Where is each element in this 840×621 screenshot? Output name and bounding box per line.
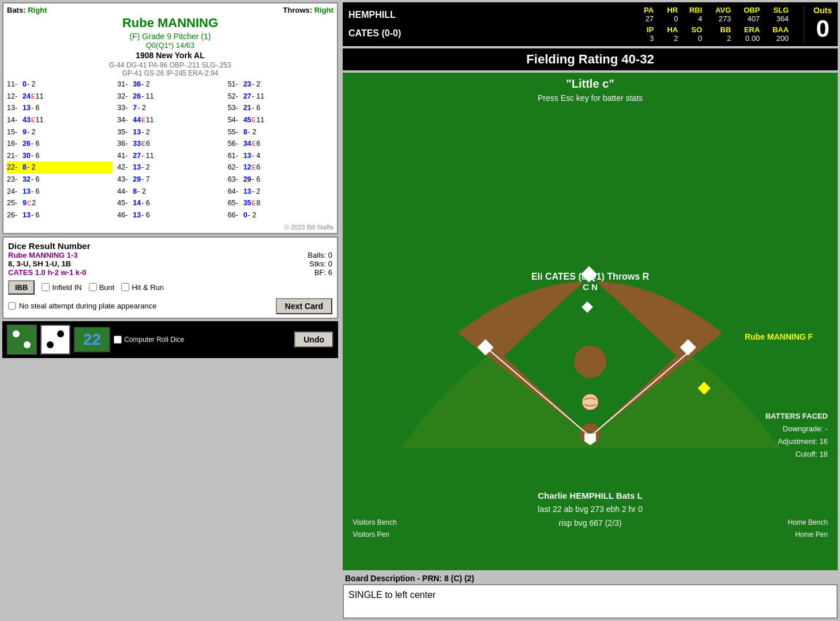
roll-65: 65-35E 8	[228, 197, 333, 209]
bunt-input[interactable]	[89, 283, 97, 291]
die-2	[40, 325, 70, 355]
player-team: 1908 New York AL	[7, 51, 333, 60]
dice-number-box: 22	[74, 327, 110, 352]
roll-25: 25-9C 2	[7, 197, 112, 209]
bats-value: Right	[28, 6, 47, 14]
pv-so: 0	[686, 34, 702, 43]
undo-button[interactable]: Undo	[294, 332, 333, 348]
roll-54: 54-45E 11	[228, 114, 333, 126]
batter-values: 27 0 4 273 407 364	[441, 14, 798, 23]
roll-33: 33-7 - 2	[117, 102, 223, 114]
roll-12: 12-24E 11	[7, 91, 112, 103]
bh-obp: OBP	[739, 6, 760, 14]
player-stats2: GP-41 GS-26 IP-245 ERA-2.94	[7, 69, 333, 77]
stks-row: Stks: 0	[308, 259, 332, 268]
roll-66: 66-0 - 2	[228, 209, 333, 221]
die1-dot-br	[24, 341, 31, 348]
roll-44: 44-8 - 2	[117, 186, 223, 198]
bv-slg: 364	[768, 14, 789, 23]
ibb-button[interactable]: IBB	[8, 280, 35, 295]
computer-roll-checkbox[interactable]: Computer Roll Dice	[114, 336, 184, 344]
roll-46: 46-13 - 6	[117, 209, 223, 221]
hit-run-input[interactable]	[121, 283, 129, 291]
ph-bb: BB	[710, 25, 731, 34]
bf-value: 6	[328, 268, 332, 277]
stks-label: Stks:	[309, 259, 326, 268]
die2-dot-tr	[57, 330, 64, 337]
bats-text: Bats:	[7, 6, 26, 14]
roll-42: 42-13 - 2	[117, 161, 223, 174]
pitcher-headers: IP HA SO BB ERA BAA	[441, 25, 798, 34]
bf-row: BF: 6	[308, 268, 332, 277]
player-name: Rube MANNING	[7, 16, 333, 31]
roll-64: 64-13 - 2	[228, 186, 333, 198]
roll-53: 53-21 - 6	[228, 102, 333, 114]
dice-result-player: Rube MANNING 1-3	[8, 251, 308, 259]
dice-result-pitcher: CATES 1.0 h-2 w-1 k-0	[8, 268, 308, 277]
dice-number: 22	[83, 330, 101, 349]
roll-52: 52-27 - 11	[228, 91, 333, 103]
roll-15: 15-9 - 2	[7, 126, 112, 138]
hit-run-checkbox[interactable]: Hit & Run	[121, 283, 164, 292]
roll-51: 51-23 - 2	[228, 78, 333, 91]
roll-21: 21-30 - 6	[7, 150, 112, 162]
dice-balls-right: Balls: 0 Stks: 0 BF: 6	[308, 251, 332, 277]
ph-ip: IP	[638, 25, 654, 34]
roll-16: 16-26 - 6	[7, 138, 112, 150]
roll-26: 26-13 - 6	[7, 209, 112, 221]
batter-name: HEMPHILL	[348, 10, 441, 20]
bv-pa: 27	[638, 14, 654, 23]
no-steal-input[interactable]	[8, 302, 16, 310]
bh-rbi: RBI	[686, 6, 702, 14]
die-1	[7, 325, 37, 355]
bv-obp: 407	[739, 14, 760, 23]
outs-value: 0	[816, 15, 829, 43]
ph-era: ERA	[739, 25, 760, 34]
board-desc-text: SINGLE to left center	[343, 584, 838, 619]
bh-slg: SLG	[768, 6, 789, 14]
bv-rbi: 4	[686, 14, 702, 23]
pv-ha: 2	[662, 34, 678, 43]
throws-value: Right	[314, 6, 333, 14]
ph-ha: HA	[662, 25, 678, 34]
infield-in-input[interactable]	[42, 283, 50, 291]
hit-run-label: Hit & Run	[132, 283, 164, 292]
rolls-col-3: 51-23 - 2 52-27 - 11 53-21 - 6 54-45E 11…	[228, 78, 333, 221]
dice-result-title: Dice Result Number	[8, 241, 332, 251]
bunt-checkbox[interactable]: Bunt	[89, 283, 115, 292]
stats-names: HEMPHILL CATES (0-0)	[348, 6, 441, 43]
balls-row: Balls: 0	[308, 251, 332, 259]
roll-43: 43-29 - 7	[117, 174, 223, 186]
pv-baa: 200	[768, 34, 789, 43]
board-desc-title: Board Description - PRN: 8 (C) (2)	[343, 573, 838, 584]
player-stats1: G-44 DG-41 PA-96 OBP-.211 SLG-.253	[7, 61, 333, 69]
roll-61: 61-13 - 4	[228, 150, 333, 162]
roll-32: 32-26 - 11	[117, 91, 223, 103]
svg-point-9	[582, 394, 598, 410]
bh-pa: PA	[638, 6, 654, 14]
next-card-button[interactable]: Next Card	[276, 298, 332, 314]
stats-grid: PA HR RBI AVG OBP SLG 27 0 4 273 407 364…	[441, 6, 798, 43]
no-steal-checkbox[interactable]: No steal attempt during plate appearance	[8, 302, 157, 310]
player-grade: (F) Grade 9 Pitcher (1)	[7, 32, 333, 41]
dice-balls-left: Rube MANNING 1-3 8, 3-U, SH 1-U, 1B CATE…	[8, 251, 308, 277]
player-card: Bats: Right Throws: Right Rube MANNING (…	[2, 2, 338, 234]
right-panel: HEMPHILL CATES (0-0) PA HR RBI AVG OBP S…	[340, 0, 840, 621]
svg-point-1	[574, 345, 606, 378]
roll-41: 41-27 - 11	[117, 150, 223, 162]
roll-45: 45-14 - 6	[117, 197, 223, 209]
left-panel: Bats: Right Throws: Right Rube MANNING (…	[0, 0, 340, 621]
pv-era: 0.00	[739, 34, 760, 43]
dice-roller: 22 Computer Roll Dice Undo	[2, 321, 338, 358]
die1-dot-bl-empty	[13, 341, 20, 348]
roll-55: 55-8 - 2	[228, 126, 333, 138]
player-q: Q0(Q1*) 14/63	[7, 41, 333, 50]
throws-label: Throws: Right	[283, 6, 333, 14]
roll-13: 13-13 - 6	[7, 102, 112, 114]
computer-roll-input[interactable]	[114, 336, 122, 344]
options-row: IBB Infield IN Bunt Hit & Run	[8, 280, 332, 295]
stks-value: 0	[328, 259, 332, 268]
infield-in-checkbox[interactable]: Infield IN	[42, 283, 81, 292]
ph-baa: BAA	[768, 25, 789, 34]
bats-label: Bats: Right	[7, 6, 47, 14]
